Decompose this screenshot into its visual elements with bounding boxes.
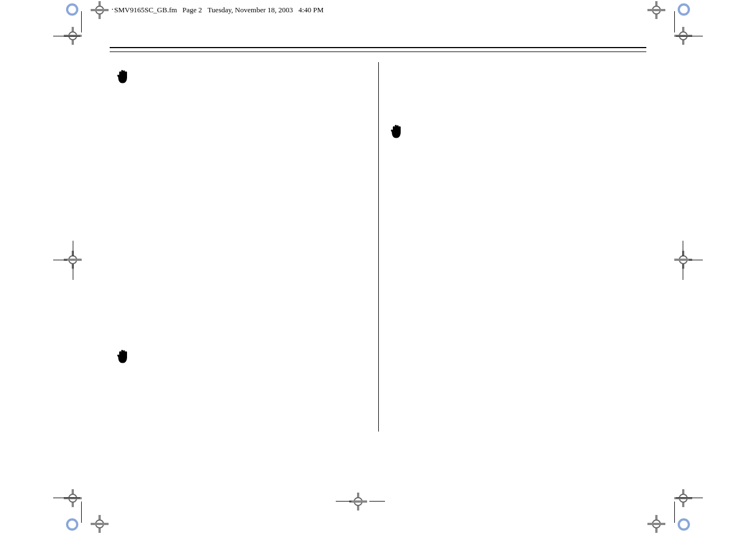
registration-target bbox=[67, 493, 78, 504]
crop-mark bbox=[336, 501, 351, 502]
crop-mark bbox=[81, 11, 82, 32]
notice-block bbox=[389, 124, 641, 140]
file-name: SMV9165SC_GB.fm bbox=[114, 6, 177, 14]
header-subrule bbox=[110, 51, 646, 52]
registration-target bbox=[94, 4, 105, 16]
hand-icon bbox=[389, 124, 405, 140]
registration-target bbox=[651, 4, 662, 16]
crop-mark bbox=[683, 264, 683, 280]
crop-mark bbox=[81, 502, 82, 523]
header-rule bbox=[110, 47, 646, 48]
crop-mark bbox=[676, 36, 703, 36]
notice-block bbox=[115, 69, 368, 86]
registration-target bbox=[651, 518, 662, 530]
left-column bbox=[110, 62, 378, 432]
right-column bbox=[378, 62, 647, 432]
crop-mark bbox=[674, 502, 675, 523]
hand-icon bbox=[115, 69, 131, 86]
registration-target bbox=[678, 493, 689, 504]
registration-circle bbox=[678, 518, 690, 531]
file-time: 4:40 PM bbox=[298, 6, 323, 14]
page-number: Page 2 bbox=[182, 6, 202, 14]
registration-circle bbox=[66, 3, 78, 16]
crop-mark bbox=[689, 260, 703, 260]
crop-mark bbox=[73, 241, 73, 256]
content-columns bbox=[110, 62, 646, 432]
registration-target bbox=[94, 518, 105, 530]
registration-target bbox=[678, 254, 689, 265]
registration-circle bbox=[66, 518, 78, 531]
crop-mark bbox=[674, 11, 675, 32]
crop-mark bbox=[53, 498, 80, 498]
crop-mark bbox=[369, 501, 385, 502]
file-info: SMV9165SC_GB.fm Page 2 Tuesday, November… bbox=[113, 6, 325, 15]
file-date: Tuesday, November 18, 2003 bbox=[208, 6, 293, 14]
crop-mark bbox=[53, 36, 80, 36]
crop-mark bbox=[53, 260, 67, 260]
crop-mark bbox=[73, 264, 73, 280]
page-body bbox=[110, 47, 646, 472]
registration-target bbox=[353, 496, 364, 507]
crop-mark bbox=[676, 498, 703, 498]
crop-mark bbox=[683, 241, 683, 256]
registration-circle bbox=[678, 3, 690, 16]
notice-block bbox=[115, 349, 368, 366]
hand-icon bbox=[115, 349, 131, 366]
